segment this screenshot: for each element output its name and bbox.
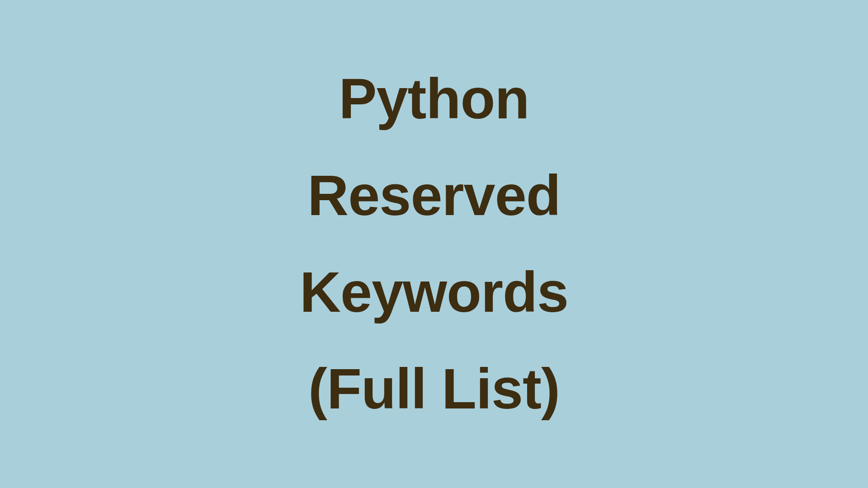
title-line-4: (Full List) bbox=[300, 341, 568, 437]
title-line-3: Keywords bbox=[300, 244, 568, 341]
title-container: Python Reserved Keywords (Full List) bbox=[300, 51, 568, 438]
title-line-1: Python bbox=[300, 51, 568, 147]
title-line-2: Reserved bbox=[300, 147, 568, 244]
